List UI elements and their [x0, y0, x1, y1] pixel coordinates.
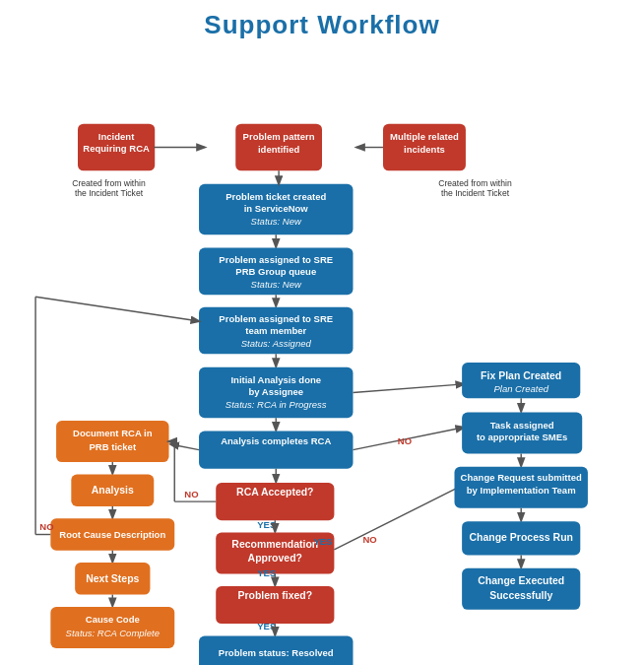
- svg-rect-20: [199, 248, 353, 296]
- svg-text:identified: identified: [258, 144, 299, 155]
- svg-rect-85: [462, 363, 580, 398]
- svg-text:YES: YES: [313, 536, 332, 547]
- svg-text:RCA Accepted?: RCA Accepted?: [236, 487, 313, 498]
- svg-text:NO: NO: [398, 435, 412, 446]
- svg-text:PRB Group queue: PRB Group queue: [235, 266, 316, 277]
- svg-text:Requiring RCA: Requiring RCA: [83, 143, 150, 154]
- svg-text:incidents: incidents: [404, 144, 445, 155]
- svg-text:by Assignee: by Assignee: [248, 386, 303, 397]
- svg-rect-3: [235, 124, 322, 171]
- svg-rect-93: [454, 467, 587, 508]
- svg-rect-6: [383, 124, 466, 171]
- svg-text:Problem status: Resolved: Problem status: Resolved: [219, 648, 334, 659]
- svg-text:by Implementation Team: by Implementation Team: [467, 485, 576, 496]
- svg-text:Plan Created: Plan Created: [493, 383, 548, 394]
- svg-text:Recommendation: Recommendation: [231, 539, 318, 550]
- svg-text:Approved?: Approved?: [248, 553, 302, 564]
- svg-text:team member: team member: [245, 325, 306, 336]
- svg-text:NO: NO: [184, 489, 198, 499]
- svg-text:in ServiceNow: in ServiceNow: [244, 203, 309, 214]
- workflow-diagram: Incident Requiring RCA Problem pattern i…: [0, 56, 644, 665]
- svg-text:Change Executed: Change Executed: [478, 575, 564, 586]
- svg-text:Problem assigned to SRE: Problem assigned to SRE: [219, 254, 333, 265]
- svg-line-79: [35, 297, 199, 321]
- svg-rect-75: [75, 563, 150, 594]
- svg-text:Root Cause Description: Root Cause Description: [59, 529, 165, 540]
- svg-text:Incident: Incident: [98, 131, 135, 142]
- svg-text:YES: YES: [257, 567, 276, 578]
- svg-text:Analysis: Analysis: [92, 485, 134, 496]
- svg-text:to appropriate SMEs: to appropriate SMEs: [477, 432, 568, 442]
- svg-rect-97: [462, 521, 580, 555]
- svg-line-34: [353, 384, 464, 393]
- svg-text:NO: NO: [363, 534, 377, 545]
- svg-text:NO: NO: [39, 521, 53, 532]
- svg-rect-82: [50, 607, 174, 648]
- svg-rect-58: [199, 636, 353, 665]
- svg-text:Task assigned: Task assigned: [490, 420, 554, 431]
- svg-rect-65: [71, 474, 154, 505]
- svg-rect-68: [50, 518, 174, 550]
- svg-line-38: [353, 428, 464, 450]
- svg-text:Created from within: Created from within: [438, 178, 512, 188]
- svg-text:Change Request submitted: Change Request submitted: [461, 472, 582, 483]
- svg-text:Problem pattern: Problem pattern: [243, 131, 315, 142]
- svg-text:YES: YES: [257, 621, 276, 632]
- svg-rect-100: [462, 568, 580, 610]
- svg-text:Status: Assigned: Status: Assigned: [241, 338, 312, 349]
- svg-rect-15: [199, 184, 353, 235]
- svg-text:YES: YES: [257, 519, 276, 530]
- svg-text:Successfully: Successfully: [489, 590, 552, 601]
- page-title: Support Workflow: [0, 10, 644, 40]
- svg-rect-61: [56, 421, 168, 462]
- svg-text:Status: New: Status: New: [251, 279, 302, 290]
- svg-text:the Incident Ticket: the Incident Ticket: [441, 188, 510, 198]
- svg-text:Status: RCA Complete: Status: RCA Complete: [66, 628, 160, 638]
- svg-text:PRB ticket: PRB ticket: [89, 441, 136, 452]
- svg-text:Created from within: Created from within: [72, 178, 146, 188]
- svg-text:Status: RCA in Progress: Status: RCA in Progress: [225, 399, 327, 410]
- svg-text:Document RCA in: Document RCA in: [73, 428, 153, 438]
- svg-text:Change Process Run: Change Process Run: [469, 532, 572, 543]
- svg-rect-46: [216, 533, 334, 574]
- svg-rect-54: [216, 586, 334, 624]
- svg-rect-25: [199, 307, 353, 355]
- svg-rect-30: [199, 367, 353, 419]
- svg-line-50: [334, 485, 464, 550]
- svg-text:Fix Plan Created: Fix Plan Created: [481, 370, 561, 381]
- svg-text:Cause Code: Cause Code: [86, 614, 140, 625]
- svg-text:Analysis completes RCA: Analysis completes RCA: [221, 435, 331, 446]
- svg-text:Problem ticket created: Problem ticket created: [225, 191, 326, 202]
- svg-rect-0: [78, 124, 155, 171]
- svg-text:the Incident Ticket: the Incident Ticket: [75, 188, 144, 198]
- svg-text:Problem fixed?: Problem fixed?: [237, 590, 312, 601]
- svg-text:Problem assigned to SRE: Problem assigned to SRE: [219, 313, 333, 324]
- svg-text:Status: New: Status: New: [251, 216, 302, 227]
- svg-rect-42: [216, 483, 334, 520]
- svg-text:Initial Analysis done: Initial Analysis done: [230, 374, 321, 385]
- svg-line-40: [170, 444, 199, 450]
- workflow-arrows: Incident Requiring RCA Problem pattern i…: [0, 56, 644, 665]
- svg-rect-89: [462, 413, 582, 454]
- svg-rect-36: [199, 432, 353, 469]
- svg-text:Multiple related: Multiple related: [390, 131, 459, 142]
- svg-text:Next Steps: Next Steps: [86, 573, 139, 584]
